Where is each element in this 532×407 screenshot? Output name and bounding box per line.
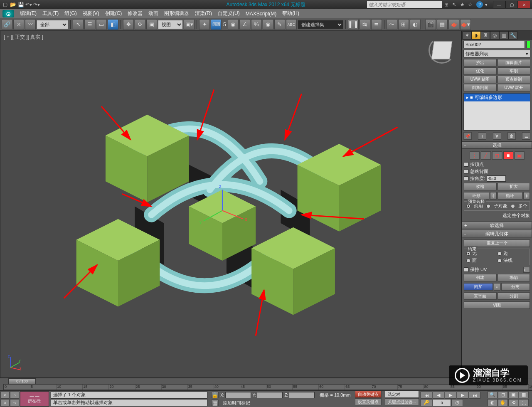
subobj-border-icon[interactable]: ◻ bbox=[492, 151, 502, 160]
undo-icon[interactable]: ↶▾ bbox=[25, 1, 32, 8]
subobj-polygon-icon[interactable]: ■ bbox=[503, 151, 513, 160]
grow-button[interactable]: 扩大 bbox=[498, 183, 530, 190]
selection-filter-dropdown[interactable]: 全部 bbox=[37, 20, 68, 29]
configure-sets-icon[interactable]: ☰ bbox=[522, 132, 530, 140]
by-angle-checkbox[interactable] bbox=[464, 176, 468, 181]
time-config-icon[interactable]: ⏱ bbox=[451, 399, 463, 406]
help-search-input[interactable] bbox=[367, 1, 442, 8]
tab-display-icon[interactable]: ▥ bbox=[499, 31, 508, 39]
key-mode-icon[interactable]: 🔑 bbox=[421, 399, 432, 406]
scale-icon[interactable]: ▣ bbox=[146, 19, 157, 30]
slice-button[interactable]: 分割 bbox=[498, 292, 530, 300]
favorite-icon[interactable]: ☆ bbox=[467, 1, 473, 8]
mini-listener-icon[interactable]: < bbox=[0, 391, 10, 399]
mod-uvwunwrap-button[interactable]: UVW 展开 bbox=[498, 84, 531, 91]
menu-animation[interactable]: 动画 bbox=[146, 9, 161, 18]
remove-mod-icon[interactable]: 🗑 bbox=[507, 132, 516, 140]
menu-help[interactable]: 帮助(H) bbox=[280, 9, 302, 18]
menu-create[interactable]: 创建(C) bbox=[103, 9, 125, 18]
coord-z-field[interactable] bbox=[289, 392, 315, 398]
rollout-selection[interactable]: -选择 bbox=[462, 141, 532, 149]
maximize-button[interactable]: ▢ bbox=[505, 1, 518, 8]
goto-start-icon[interactable]: ⏮ bbox=[421, 392, 432, 399]
comm-center-icon[interactable]: ⊞ bbox=[443, 1, 450, 8]
snap-toggle-icon[interactable]: ◉ bbox=[228, 19, 239, 30]
coord-x-field[interactable] bbox=[225, 392, 251, 398]
menu-group[interactable]: 组(G) bbox=[62, 9, 79, 18]
angle-snap-icon[interactable]: ∠ bbox=[239, 19, 250, 30]
use-center-icon[interactable]: ▣▾ bbox=[184, 19, 195, 30]
menu-views[interactable]: 视图(V) bbox=[80, 9, 102, 18]
schematic-view-icon[interactable]: ⊞ bbox=[398, 19, 409, 30]
edit-named-sel-icon[interactable]: ✎ bbox=[274, 19, 285, 30]
subobj-element-icon[interactable]: ▣ bbox=[515, 151, 525, 160]
select-object-icon[interactable]: ↖ bbox=[73, 19, 84, 30]
pointer-icon[interactable]: ↖ bbox=[451, 1, 458, 8]
preview-sub-radio[interactable] bbox=[486, 204, 490, 208]
render-setup-icon[interactable]: 🎬 bbox=[425, 19, 436, 30]
preview-off-radio[interactable] bbox=[466, 204, 470, 208]
percent-snap-icon[interactable]: % bbox=[251, 19, 262, 30]
unlink-icon[interactable]: ⤫ bbox=[13, 19, 24, 30]
key-filters-button[interactable]: 关键点过滤器... bbox=[385, 398, 419, 405]
auto-key-button[interactable]: 自动关键点 bbox=[355, 391, 382, 398]
preserve-uv-settings[interactable]: ▫ bbox=[523, 267, 530, 273]
by-vertex-checkbox[interactable] bbox=[464, 162, 468, 167]
constraint-none-radio[interactable] bbox=[466, 252, 470, 256]
lock-icon[interactable]: ⤳ bbox=[10, 399, 19, 407]
rotate-icon[interactable]: ⟳ bbox=[135, 19, 145, 30]
set-key-button[interactable]: 设置关键点 bbox=[355, 398, 382, 405]
fov-icon[interactable]: ◐ bbox=[488, 399, 498, 406]
preserve-uv-checkbox[interactable] bbox=[464, 267, 468, 272]
ref-coord-dropdown[interactable]: 视图 bbox=[158, 20, 183, 29]
select-by-name-icon[interactable]: ☰ bbox=[84, 19, 95, 30]
mod-extrude-button[interactable]: 挤出 bbox=[463, 59, 497, 67]
current-frame-field[interactable]: 0 bbox=[433, 399, 451, 406]
loop-button[interactable]: 循环 bbox=[498, 192, 523, 200]
keyboard-shortcut-icon[interactable]: ⌨ bbox=[211, 19, 222, 30]
create-button[interactable]: 创建 bbox=[464, 274, 497, 281]
link-icon[interactable]: 🔗 bbox=[2, 19, 12, 30]
constraint-face-radio[interactable] bbox=[466, 259, 470, 263]
save-icon[interactable]: 💾 bbox=[17, 1, 24, 8]
pan-icon[interactable]: ✋ bbox=[498, 399, 508, 406]
tab-create-icon[interactable]: ✶ bbox=[463, 31, 472, 39]
loop-spin[interactable]: ⇕ bbox=[523, 192, 530, 200]
subobj-vertex-icon[interactable]: ⋮ bbox=[470, 151, 480, 160]
isolate-icon[interactable]: ▦ bbox=[211, 400, 219, 406]
shrink-button[interactable]: 收缩 bbox=[464, 183, 497, 190]
close-button[interactable]: ✕ bbox=[518, 1, 530, 8]
new-icon[interactable]: ▢ bbox=[2, 1, 8, 8]
macro-rec-icon[interactable]: ○ bbox=[10, 391, 19, 399]
object-color-swatch[interactable] bbox=[527, 41, 530, 48]
tab-hierarchy-icon[interactable]: ♜ bbox=[481, 31, 490, 39]
mod-uvwmap-button[interactable]: UVW 贴图 bbox=[463, 76, 497, 83]
next-frame-icon[interactable]: ▶ bbox=[457, 392, 468, 399]
menu-modifiers[interactable]: 修改器 bbox=[125, 9, 145, 18]
lock-sel-icon[interactable]: 🔒 bbox=[211, 392, 219, 398]
orbit-icon[interactable]: ⟲ bbox=[508, 399, 518, 406]
spinner-snap-icon[interactable]: ◉ bbox=[263, 19, 273, 30]
viewport[interactable]: [ + ][ 正交 ][ 真实 ] bbox=[0, 31, 461, 378]
help-icon[interactable]: ? bbox=[476, 1, 483, 8]
prev-frame-icon[interactable]: ◀ bbox=[433, 392, 444, 399]
redo-icon[interactable]: ↷▾ bbox=[33, 1, 40, 8]
star-icon[interactable]: ★ bbox=[459, 1, 466, 8]
tab-motion-icon[interactable]: ◎ bbox=[490, 31, 499, 39]
coord-y-field[interactable] bbox=[257, 392, 283, 398]
material-editor-icon[interactable]: ◐ bbox=[410, 19, 421, 30]
open-icon[interactable]: 📂 bbox=[10, 1, 16, 8]
align-icon[interactable]: ↹ bbox=[360, 19, 370, 30]
render-iterative-icon[interactable]: 🫖▾ bbox=[460, 19, 471, 30]
rollout-editgeom[interactable]: -编辑几何体 bbox=[462, 230, 532, 237]
mod-optimize-button[interactable]: 优化 bbox=[463, 67, 497, 75]
menu-edit[interactable]: 编辑(E) bbox=[17, 9, 39, 18]
app-icon[interactable]: ◶ bbox=[2, 10, 14, 17]
move-icon[interactable]: ✥ bbox=[123, 19, 134, 30]
subobj-edge-icon[interactable]: ╱ bbox=[481, 151, 491, 160]
zoom-extents-all-icon[interactable]: ▦ bbox=[519, 391, 529, 398]
collapse-button[interactable]: 塌陷 bbox=[498, 274, 530, 281]
constraint-normal-radio[interactable] bbox=[498, 259, 502, 263]
time-slider-knob[interactable]: 0 / 100 bbox=[8, 378, 36, 384]
menu-customize[interactable]: 自定义(U) bbox=[215, 9, 242, 18]
